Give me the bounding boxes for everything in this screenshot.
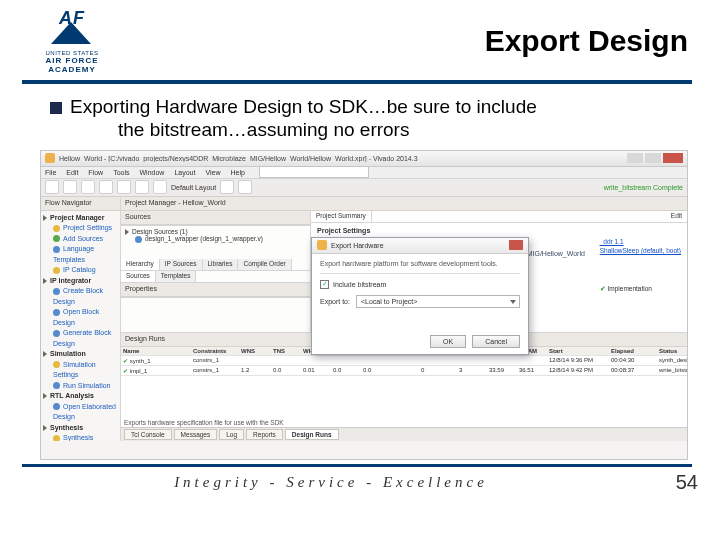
nav-grp-pm[interactable]: Project Manager xyxy=(50,214,104,221)
nav-project-settings[interactable]: Project Settings xyxy=(63,224,112,231)
window-titlebar: Hellow_World - [C:/vivado_projects/Nexys… xyxy=(41,151,687,167)
main-area: Project Manager - Hellow_World Sources D… xyxy=(121,197,687,441)
cancel-button[interactable]: Cancel xyxy=(472,335,520,348)
side-ddr[interactable]: _ddr 1.1 xyxy=(600,237,681,247)
side-sleep[interactable]: ShallowSleep (default, boot) xyxy=(600,246,681,256)
reset-layout-icon[interactable] xyxy=(220,180,234,194)
properties-pane xyxy=(121,297,310,332)
tab-hierarchy[interactable]: Hierarchy xyxy=(121,259,160,270)
menu-file[interactable]: File xyxy=(45,169,56,176)
status-bar-text: Exports hardware specification file for … xyxy=(124,419,284,426)
tab-tcl-console[interactable]: Tcl Console xyxy=(124,429,172,440)
nav-open-elab[interactable]: Open Elaborated Design xyxy=(53,403,116,421)
tab-ip-sources[interactable]: IP Sources xyxy=(160,259,203,270)
col-constraints[interactable]: Constraints xyxy=(191,347,239,355)
menu-help[interactable]: Help xyxy=(230,169,244,176)
logo-line3: ACADEMY xyxy=(48,65,95,74)
edit-link[interactable]: Edit xyxy=(666,211,687,222)
table-row: ✔ impl_1 constrs_1 1.2 0.0 0.01 0.0 0.0 … xyxy=(121,366,687,376)
layout-icon[interactable] xyxy=(153,180,167,194)
include-bitstream-checkbox[interactable]: ✓ xyxy=(320,280,329,289)
open-icon[interactable] xyxy=(63,180,77,194)
page-number: 54 xyxy=(662,471,702,494)
properties-header: Properties xyxy=(121,283,310,297)
save-icon[interactable] xyxy=(81,180,95,194)
nav-grp-rtl[interactable]: RTL Analysis xyxy=(50,392,94,399)
status-message: write_bitstream Complete xyxy=(604,184,683,191)
menu-window[interactable]: Window xyxy=(139,169,164,176)
nav-grp-ipi[interactable]: IP Integrator xyxy=(50,277,91,284)
flow-navigator-header: Flow Navigator xyxy=(41,197,120,211)
ok-button[interactable]: OK xyxy=(430,335,466,348)
menu-view[interactable]: View xyxy=(205,169,220,176)
bullet-line1: Exporting Hardware Design to SDK…be sure… xyxy=(70,96,537,117)
col-start[interactable]: Start xyxy=(547,347,609,355)
dialog-title: Export Hardware xyxy=(331,242,384,249)
col-wns[interactable]: WNS xyxy=(239,347,271,355)
title-rule xyxy=(22,80,692,84)
col-name[interactable]: Name xyxy=(121,347,191,355)
dialog-close-button[interactable] xyxy=(509,240,523,250)
settings-header: Project Settings xyxy=(317,226,681,237)
col-status[interactable]: Status xyxy=(657,347,687,355)
app-icon xyxy=(45,153,55,163)
col-elapsed[interactable]: Elapsed xyxy=(609,347,657,355)
tab-reports[interactable]: Reports xyxy=(246,429,283,440)
settings-icon[interactable] xyxy=(238,180,252,194)
menu-edit[interactable]: Edit xyxy=(66,169,78,176)
vivado-window: Hellow_World - [C:/vivado_projects/Nexys… xyxy=(40,150,688,460)
slide-title: Export Design xyxy=(122,8,688,58)
window-title: Hellow_World - [C:/vivado_projects/Nexys… xyxy=(59,155,625,162)
afa-logo: AF UNITED STATES AIR FORCE ACADEMY xyxy=(22,8,122,74)
nav-ip-catalog[interactable]: IP Catalog xyxy=(63,266,96,273)
footer-rule xyxy=(22,464,692,467)
export-hardware-dialog: Export Hardware Export hardware platform… xyxy=(311,237,529,355)
command-search-input[interactable] xyxy=(259,166,369,178)
bottom-tabstrip: Tcl Console Messages Log Reports Design … xyxy=(121,427,687,441)
run-icon[interactable] xyxy=(135,180,149,194)
toolbar: Default Layout write_bitstream Complete xyxy=(41,179,687,197)
col-tns[interactable]: TNS xyxy=(271,347,301,355)
nav-open-block[interactable]: Open Block Design xyxy=(53,308,99,326)
logo-line2: AIR FORCE xyxy=(46,56,99,65)
export-to-dropdown[interactable]: <Local to Project> xyxy=(356,295,520,308)
subtab-sources[interactable]: Sources xyxy=(121,271,156,282)
undo-icon[interactable] xyxy=(99,180,113,194)
tab-compile-order[interactable]: Compile Order xyxy=(238,259,291,270)
flow-navigator: Flow Navigator Project Manager Project S… xyxy=(41,197,121,441)
bullet-line2: the bitstream…assuming no errors xyxy=(118,119,680,142)
nav-grp-sim[interactable]: Simulation xyxy=(50,350,86,357)
menu-layout[interactable]: Layout xyxy=(174,169,195,176)
impl-btn[interactable]: Implementation xyxy=(608,285,652,292)
tab-project-summary[interactable]: Project Summary xyxy=(311,211,372,222)
nav-add-sources[interactable]: Add Sources xyxy=(63,235,103,242)
subtab-templates[interactable]: Templates xyxy=(156,271,197,282)
dialog-description: Export hardware platform for software de… xyxy=(320,260,520,267)
src-root: Design Sources (1) xyxy=(132,228,188,235)
tab-messages[interactable]: Messages xyxy=(174,429,218,440)
menu-tools[interactable]: Tools xyxy=(113,169,129,176)
tab-log[interactable]: Log xyxy=(219,429,244,440)
redo-icon[interactable] xyxy=(117,180,131,194)
maximize-button[interactable] xyxy=(645,153,661,163)
project-manager-header: Project Manager - Hellow_World xyxy=(121,197,687,211)
nav-gen-block[interactable]: Generate Block Design xyxy=(53,329,111,347)
tab-libraries[interactable]: Libraries xyxy=(203,259,239,270)
menu-bar: File Edit Flow Tools Window Layout View … xyxy=(41,167,687,179)
nav-create-block[interactable]: Create Block Design xyxy=(53,287,103,305)
dialog-icon xyxy=(317,240,327,250)
new-icon[interactable] xyxy=(45,180,59,194)
sources-tree[interactable]: Design Sources (1) design_1_wrapper (des… xyxy=(121,225,310,260)
close-button[interactable] xyxy=(663,153,683,163)
nav-grp-syn[interactable]: Synthesis xyxy=(50,424,83,431)
tab-design-runs[interactable]: Design Runs xyxy=(285,429,339,440)
sources-header: Sources xyxy=(121,211,310,225)
minimize-button[interactable] xyxy=(627,153,643,163)
nav-run-sim[interactable]: Run Simulation xyxy=(63,382,110,389)
bullet-square-icon xyxy=(50,102,62,114)
src-item: design_1_wrapper (design_1_wrapper.v) xyxy=(145,235,263,242)
layout-dropdown[interactable]: Default Layout xyxy=(171,184,216,191)
export-to-label: Export to: xyxy=(320,298,350,305)
menu-flow[interactable]: Flow xyxy=(88,169,103,176)
include-bitstream-label: Include bitstream xyxy=(333,281,386,288)
